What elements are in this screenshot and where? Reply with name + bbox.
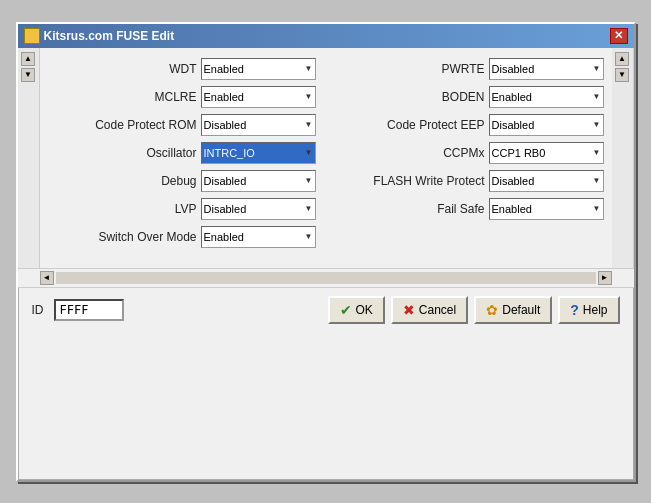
code-protect-rom-row: Code Protect ROM Enabled Disabled [48, 114, 316, 136]
action-buttons: ✔ OK ✖ Cancel ✿ Default ? Help [328, 296, 620, 324]
oscillator-select-wrapper: INTRC_IO INTRC EXTRC EXTRC_IO XT HS LP E… [201, 142, 316, 164]
mclre-select[interactable]: Enabled Disabled [201, 86, 316, 108]
mclre-label: MCLRE [154, 90, 196, 104]
right-column: PWRTE Enabled Disabled BODEN [336, 58, 604, 248]
flash-write-protect-label: FLASH Write Protect [373, 174, 484, 188]
ok-icon: ✔ [340, 302, 352, 318]
right-sidebar: ▲ ▼ [612, 48, 634, 268]
ccpmx-row: CCPMx CCP1 RB0 CCP1 RB3 [336, 142, 604, 164]
boden-row: BODEN Enabled Disabled [336, 86, 604, 108]
fail-safe-select[interactable]: Enabled Disabled [489, 198, 604, 220]
lvp-select-wrapper: Enabled Disabled [201, 198, 316, 220]
id-label: ID [32, 303, 44, 317]
boden-select[interactable]: Enabled Disabled [489, 86, 604, 108]
oscillator-select[interactable]: INTRC_IO INTRC EXTRC EXTRC_IO XT HS LP E… [201, 142, 316, 164]
default-icon: ✿ [486, 302, 498, 318]
oscillator-row: Oscillator INTRC_IO INTRC EXTRC EXTRC_IO… [48, 142, 316, 164]
pwrte-row: PWRTE Enabled Disabled [336, 58, 604, 80]
flash-write-protect-row: FLASH Write Protect Enabled Disabled [336, 170, 604, 192]
default-button[interactable]: ✿ Default [474, 296, 552, 324]
code-protect-rom-label: Code Protect ROM [95, 118, 196, 132]
cancel-label: Cancel [419, 303, 456, 317]
sidebar-down-arrow[interactable]: ▼ [21, 68, 35, 82]
mclre-select-wrapper: Enabled Disabled [201, 86, 316, 108]
titlebar-left: Kitsrus.com FUSE Edit [24, 28, 175, 44]
debug-label: Debug [161, 174, 196, 188]
left-column: WDT Enabled Disabled MCLRE [48, 58, 316, 248]
switch-over-mode-select[interactable]: Enabled Disabled [201, 226, 316, 248]
oscillator-label: Oscillator [146, 146, 196, 160]
code-protect-eep-label: Code Protect EEP [387, 118, 484, 132]
close-button[interactable]: ✕ [610, 28, 628, 44]
mclre-row: MCLRE Enabled Disabled [48, 86, 316, 108]
wdt-select[interactable]: Enabled Disabled [201, 58, 316, 80]
lvp-row: LVP Enabled Disabled [48, 198, 316, 220]
debug-row: Debug Enabled Disabled [48, 170, 316, 192]
switch-over-mode-row: Switch Over Mode Enabled Disabled [48, 226, 316, 248]
help-button[interactable]: ? Help [558, 296, 619, 324]
debug-select-wrapper: Enabled Disabled [201, 170, 316, 192]
bottom-bar: ID ✔ OK ✖ Cancel ✿ Default ? Help [18, 287, 634, 332]
code-protect-rom-select[interactable]: Enabled Disabled [201, 114, 316, 136]
lvp-label: LVP [175, 202, 197, 216]
fail-safe-select-wrapper: Enabled Disabled [489, 198, 604, 220]
code-protect-eep-row: Code Protect EEP Enabled Disabled [336, 114, 604, 136]
ccpmx-label: CCPMx [443, 146, 484, 160]
main-window: Kitsrus.com FUSE Edit ✕ ▲ ▼ WDT [16, 22, 636, 482]
cancel-icon: ✖ [403, 302, 415, 318]
pwrte-select-wrapper: Enabled Disabled [489, 58, 604, 80]
fail-safe-row: Fail Safe Enabled Disabled [336, 198, 604, 220]
help-icon: ? [570, 302, 579, 318]
id-input[interactable] [54, 299, 124, 321]
bottom-scrollbar: ◄ ► [18, 268, 634, 287]
scroll-right-arrow[interactable]: ► [598, 271, 612, 285]
right-sidebar-down-arrow[interactable]: ▼ [615, 68, 629, 82]
flash-write-protect-select[interactable]: Enabled Disabled [489, 170, 604, 192]
flash-write-protect-select-wrapper: Enabled Disabled [489, 170, 604, 192]
ccpmx-select-wrapper: CCP1 RB0 CCP1 RB3 [489, 142, 604, 164]
code-protect-eep-select[interactable]: Enabled Disabled [489, 114, 604, 136]
code-protect-eep-select-wrapper: Enabled Disabled [489, 114, 604, 136]
ccpmx-select[interactable]: CCP1 RB0 CCP1 RB3 [489, 142, 604, 164]
default-label: Default [502, 303, 540, 317]
code-protect-rom-select-wrapper: Enabled Disabled [201, 114, 316, 136]
cancel-button[interactable]: ✖ Cancel [391, 296, 468, 324]
wdt-label: WDT [169, 62, 196, 76]
ok-label: OK [356, 303, 373, 317]
scroll-track[interactable] [56, 272, 596, 284]
wdt-row: WDT Enabled Disabled [48, 58, 316, 80]
scroll-left-arrow[interactable]: ◄ [40, 271, 54, 285]
ok-button[interactable]: ✔ OK [328, 296, 385, 324]
wdt-select-wrapper: Enabled Disabled [201, 58, 316, 80]
right-sidebar-up-arrow[interactable]: ▲ [615, 52, 629, 66]
window-title: Kitsrus.com FUSE Edit [44, 29, 175, 43]
sidebar-up-arrow[interactable]: ▲ [21, 52, 35, 66]
form-grid: WDT Enabled Disabled MCLRE [48, 58, 604, 248]
switch-over-mode-select-wrapper: Enabled Disabled [201, 226, 316, 248]
content-area: WDT Enabled Disabled MCLRE [40, 48, 612, 268]
pwrte-label: PWRTE [441, 62, 484, 76]
boden-label: BODEN [442, 90, 485, 104]
window-icon [24, 28, 40, 44]
switch-over-mode-label: Switch Over Mode [98, 230, 196, 244]
lvp-select[interactable]: Enabled Disabled [201, 198, 316, 220]
debug-select[interactable]: Enabled Disabled [201, 170, 316, 192]
help-label: Help [583, 303, 608, 317]
boden-select-wrapper: Enabled Disabled [489, 86, 604, 108]
left-sidebar: ▲ ▼ [18, 48, 40, 268]
fail-safe-label: Fail Safe [437, 202, 484, 216]
pwrte-select[interactable]: Enabled Disabled [489, 58, 604, 80]
titlebar: Kitsrus.com FUSE Edit ✕ [18, 24, 634, 48]
